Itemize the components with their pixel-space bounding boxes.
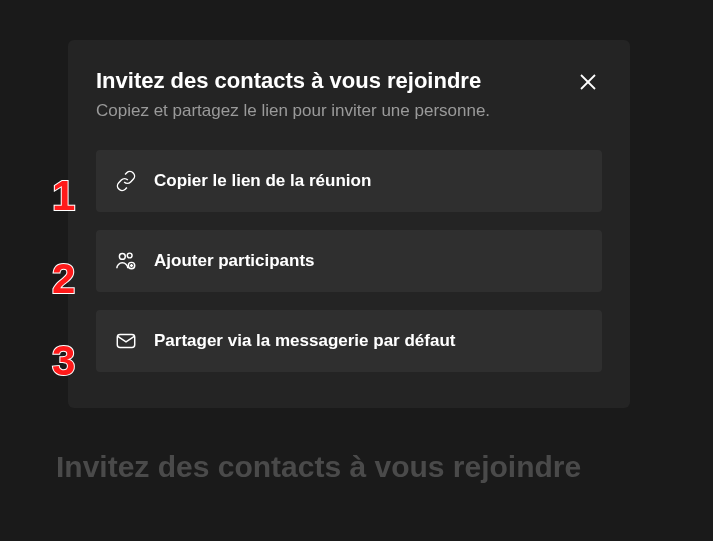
- link-icon: [114, 169, 138, 193]
- dialog-header: Invitez des contacts à vous rejoindre Co…: [96, 68, 602, 122]
- invite-dialog: Invitez des contacts à vous rejoindre Co…: [68, 40, 630, 408]
- step-marker-2: 2: [52, 258, 75, 300]
- header-text: Invitez des contacts à vous rejoindre Co…: [96, 68, 562, 122]
- svg-point-3: [127, 254, 132, 259]
- copy-link-option[interactable]: Copier le lien de la réunion: [96, 150, 602, 212]
- close-icon: [579, 73, 597, 95]
- people-add-icon: [114, 249, 138, 273]
- footer-title: Invitez des contacts à vous rejoindre: [56, 450, 581, 484]
- dialog-subtitle: Copiez et partagez le lien pour inviter …: [96, 100, 562, 122]
- share-email-label: Partager via la messagerie par défaut: [154, 331, 455, 351]
- mail-icon: [114, 329, 138, 353]
- step-marker-1: 1: [52, 175, 75, 217]
- share-email-option[interactable]: Partager via la messagerie par défaut: [96, 310, 602, 372]
- add-participants-label: Ajouter participants: [154, 251, 315, 271]
- svg-rect-7: [117, 335, 134, 348]
- step-marker-3: 3: [52, 340, 75, 382]
- close-button[interactable]: [574, 70, 602, 98]
- copy-link-label: Copier le lien de la réunion: [154, 171, 371, 191]
- dialog-title: Invitez des contacts à vous rejoindre: [96, 68, 562, 94]
- add-participants-option[interactable]: Ajouter participants: [96, 230, 602, 292]
- svg-point-2: [119, 254, 125, 260]
